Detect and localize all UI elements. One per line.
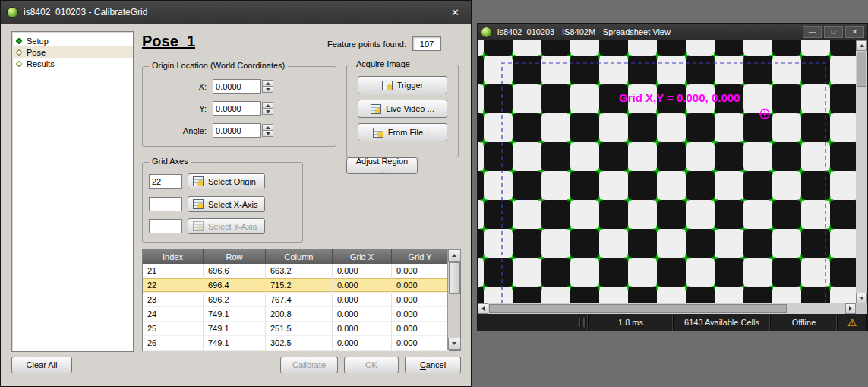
cell: 0.000 — [392, 336, 449, 351]
tree-item-setup[interactable]: Setup — [12, 35, 133, 46]
table-scrollbar — [447, 249, 460, 350]
cell: 696.4 — [204, 278, 266, 293]
x-axis-index-input[interactable] — [149, 197, 182, 211]
cell: 0.000 — [333, 278, 392, 293]
select-x-axis-label: Select X-Axis — [208, 200, 257, 209]
grid-axes-group: Grid Axes Select Origin Select X-Axis — [142, 162, 303, 243]
tree-item-pose-label: Pose — [27, 48, 46, 57]
table-row[interactable]: 23 696.2 767.4 0.000 0.000 — [143, 293, 460, 307]
col-index: Index — [143, 249, 204, 264]
y-input[interactable] — [213, 101, 261, 116]
table-scroll-thumb[interactable] — [449, 262, 460, 294]
vertical-scrollbar — [856, 40, 867, 303]
calibrate-grid-window: is8402_010203 - CalibrateGrid ✕ Setup Po… — [0, 0, 472, 387]
y-axis-index-input[interactable] — [149, 219, 182, 233]
select-x-axis-button[interactable]: Select X-Axis — [188, 196, 265, 212]
y-spin-down[interactable] — [262, 108, 273, 115]
trigger-icon — [382, 81, 393, 90]
calibrate-window-title: is8402_010203 - CalibrateGrid — [24, 7, 147, 17]
table-header: Index Row Column Grid X Grid Y — [143, 249, 460, 264]
angle-spin-down[interactable] — [262, 130, 273, 137]
scroll-down-icon[interactable] — [856, 293, 867, 303]
from-file-icon — [373, 128, 383, 138]
minimize-icon[interactable]: — — [803, 26, 822, 38]
cell: 0.000 — [392, 278, 449, 293]
x-label: X: — [143, 82, 207, 91]
table-scroll-down-icon[interactable] — [448, 338, 461, 350]
view-window-title: is8402_010203 - IS8402M - Spreadsheet Vi… — [497, 27, 671, 36]
cell: 0.000 — [392, 293, 449, 307]
from-file-button[interactable]: From File ... — [358, 123, 447, 141]
table-row[interactable]: 25 749.1 251.5 0.000 0.000 — [143, 322, 460, 336]
results-bullet-icon — [16, 60, 22, 66]
cell: 0.000 — [392, 264, 449, 278]
checkerboard-image[interactable]: Grid X,Y = 0.000, 0.000 — [478, 40, 856, 303]
col-row: Row — [204, 249, 266, 264]
close-icon[interactable]: ✕ — [446, 5, 465, 20]
origin-index-input[interactable] — [149, 174, 182, 189]
maximize-icon[interactable]: □ — [824, 26, 843, 38]
cell: 767.4 — [266, 293, 333, 307]
tree-item-results[interactable]: Results — [12, 58, 133, 69]
cancel-label: Cancel — [420, 360, 446, 370]
cell: 715.2 — [266, 278, 333, 293]
status-grip[interactable] — [579, 318, 586, 327]
table-row[interactable]: 24 749.1 200.8 0.000 0.000 — [143, 307, 460, 322]
feature-points-label: Feature points found: — [327, 40, 406, 49]
pose-header: Pose 1 Feature points found: 107 — [142, 33, 461, 60]
nav-tree: Setup Pose Results — [11, 31, 134, 352]
setup-bullet-icon — [16, 37, 22, 43]
tree-item-results-label: Results — [27, 59, 55, 68]
y-label: Y: — [143, 104, 207, 113]
x-spin-down[interactable] — [262, 86, 273, 93]
cell: 696.2 — [204, 293, 266, 307]
vertical-scroll-thumb[interactable] — [857, 52, 866, 87]
adjust-region-button[interactable]: Adjust Region ... — [346, 157, 418, 174]
select-y-axis-icon — [193, 221, 204, 231]
acquire-image-legend: Acquire Image — [353, 59, 413, 68]
select-y-axis-label: Select Y-Axis — [208, 222, 257, 231]
calibration-image[interactable]: Grid X,Y = 0.000, 0.000 — [478, 40, 856, 303]
trigger-button[interactable]: Trigger — [358, 76, 447, 94]
table-row-selected[interactable]: 22 696.4 715.2 0.000 0.000 — [143, 278, 460, 293]
view-titlebar[interactable]: is8402_010203 - IS8402M - Spreadsheet Vi… — [478, 24, 867, 40]
app-icon — [481, 27, 492, 38]
scroll-up-icon[interactable] — [856, 40, 867, 51]
scroll-right-icon[interactable] — [845, 303, 856, 314]
close-icon[interactable]: ✕ — [845, 26, 864, 38]
live-video-label: Live Video ... — [386, 104, 434, 113]
select-origin-button[interactable]: Select Origin — [188, 173, 265, 189]
pose-bullet-icon — [16, 49, 22, 55]
angle-input[interactable] — [213, 123, 261, 138]
acquisition-time: 1.8 ms — [589, 314, 674, 331]
x-input[interactable] — [213, 79, 261, 94]
calibrate-label: Calibrate — [292, 360, 326, 370]
warning-icon[interactable]: ⚠ — [847, 317, 857, 328]
desktop: is8402_010203 - CalibrateGrid ✕ Setup Po… — [0, 0, 868, 387]
angle-spinner — [213, 123, 273, 138]
cancel-button[interactable]: Cancel — [405, 357, 461, 373]
scroll-left-icon[interactable] — [478, 303, 488, 314]
cell: 0.000 — [333, 264, 392, 278]
from-file-label: From File ... — [388, 128, 433, 137]
ok-label: OK — [365, 360, 377, 370]
cell: 251.5 — [266, 322, 333, 336]
grid-xy-overlay-text: Grid X,Y = 0.000, 0.000 — [619, 91, 740, 104]
status-bar: 1.8 ms 6143 Available Cells Offline ⚠ — [478, 314, 867, 331]
calibrate-titlebar[interactable]: is8402_010203 - CalibrateGrid ✕ — [1, 1, 471, 24]
table-row[interactable]: 26 749.1 302.5 0.000 0.000 — [143, 336, 460, 351]
y-spinner — [213, 101, 273, 116]
available-cells: 6143 Available Cells — [674, 314, 771, 331]
cell: 0.000 — [333, 293, 392, 307]
select-x-axis-icon — [193, 199, 204, 209]
clear-all-button[interactable]: Clear All — [11, 357, 72, 373]
cell: 0.000 — [392, 307, 449, 322]
table-row[interactable]: 21 696.6 663.2 0.000 0.000 — [143, 264, 460, 278]
col-grid-y: Grid Y — [392, 249, 449, 264]
live-video-button[interactable]: Live Video ... — [358, 100, 447, 118]
cell: 696.6 — [204, 264, 266, 278]
horizontal-scroll-thumb[interactable] — [489, 304, 787, 313]
table-scroll-up-icon[interactable] — [448, 249, 461, 262]
tree-item-pose[interactable]: Pose — [12, 46, 133, 58]
cell: 749.1 — [204, 336, 266, 351]
